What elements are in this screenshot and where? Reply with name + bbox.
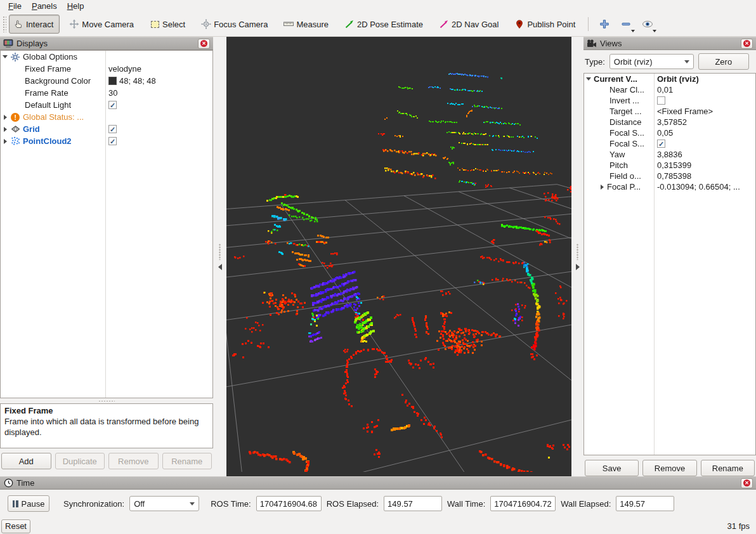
render-viewport[interactable] (226, 37, 571, 476)
tree-row-background-color[interactable]: Background Color 48; 48; 48 (1, 75, 212, 87)
tree-row-distance[interactable]: Distance 3,57852 (584, 117, 755, 127)
add-display-button[interactable]: Add (1, 453, 51, 469)
map-pin-icon (514, 19, 525, 29)
reset-button[interactable]: Reset (1, 519, 30, 533)
fps-indicator: 31 fps (727, 521, 750, 531)
close-time-button[interactable] (741, 478, 753, 488)
views-panel-header[interactable]: Views (583, 37, 756, 50)
close-icon (743, 479, 750, 486)
tree-row-near-clip[interactable]: Near Cl... 0,01 (584, 84, 755, 95)
tree-row-pointcloud2[interactable]: PointCloud2 (1, 135, 212, 147)
remove-view-button[interactable]: Remove (642, 460, 696, 476)
near-clip-value[interactable]: 0,01 (654, 85, 673, 94)
toolbar-drag-handle[interactable] (3, 16, 6, 32)
expander-icon[interactable] (3, 139, 8, 144)
close-displays-button[interactable] (198, 39, 210, 49)
tree-row-grid[interactable]: Grid (1, 123, 212, 135)
save-view-button[interactable]: Save (585, 460, 639, 476)
ros-elapsed-field[interactable] (384, 496, 442, 511)
row-label: Fixed Frame (25, 64, 71, 74)
collapse-right-arrow-icon[interactable] (576, 264, 580, 270)
pose-estimate-button[interactable]: 2D Pose Estimate (340, 15, 429, 34)
zero-button[interactable]: Zero (698, 53, 749, 70)
tree-row-current-view[interactable]: Current V... Orbit (rviz) (584, 74, 755, 84)
tree-row-target-frame[interactable]: Target ... <Fixed Frame> (584, 106, 755, 117)
focal-shape-checkbox[interactable] (657, 140, 665, 148)
invert-z-checkbox[interactable] (657, 96, 665, 105)
pointcloud-enabled-checkbox[interactable] (108, 137, 117, 145)
background-color-value[interactable]: 48; 48; 48 (105, 76, 156, 86)
grid-enabled-checkbox[interactable] (108, 125, 117, 133)
pause-button[interactable]: Pause (8, 495, 49, 512)
menu-panels[interactable]: Panels (27, 1, 62, 11)
publish-point-button[interactable]: Publish Point (510, 15, 582, 34)
current-view-value: Orbit (rviz) (654, 74, 699, 84)
displays-panel: Displays Global Options Fixed Frame (0, 37, 213, 476)
expander-icon[interactable] (3, 115, 8, 120)
add-tool-button[interactable] (595, 15, 614, 33)
pointcloud-canvas[interactable] (226, 37, 571, 472)
fixed-frame-value[interactable]: velodyne (105, 64, 141, 74)
tree-row-invert-zaxis[interactable]: Invert ... (584, 95, 755, 106)
tree-row-global-status[interactable]: Global Status: ... (1, 111, 212, 123)
pitch-value[interactable]: 0,315399 (654, 160, 691, 170)
chevron-down-icon (684, 60, 689, 63)
expander-icon[interactable] (3, 127, 8, 132)
collapse-left-arrow-icon[interactable] (218, 264, 222, 270)
tool-visibility-button[interactable] (638, 15, 657, 33)
row-label: Yaw (609, 150, 625, 159)
tree-row-yaw[interactable]: Yaw 3,8836 (584, 149, 755, 160)
nav-goal-button[interactable]: 2D Nav Goal (434, 15, 505, 34)
tree-row-field-of-view[interactable]: Field o... 0,785398 (584, 171, 755, 181)
row-label: Grid (23, 124, 40, 134)
right-panel-splitter[interactable] (571, 37, 583, 476)
row-label: Current V... (594, 74, 637, 84)
move-camera-button[interactable]: Move Camera (65, 15, 140, 34)
ros-time-label: ROS Time: (211, 499, 251, 509)
target-frame-value[interactable]: <Fixed Frame> (654, 107, 713, 116)
menu-file[interactable]: File (4, 1, 26, 11)
expander-icon[interactable] (586, 77, 591, 81)
description-splitter[interactable] (0, 398, 213, 403)
displays-panel-header[interactable]: Displays (0, 37, 213, 50)
focal-shape-size-value[interactable]: 0,05 (654, 128, 673, 138)
time-controls: Pause Synchronization: Off ROS Time: ROS… (0, 490, 756, 518)
yaw-value[interactable]: 3,8836 (654, 150, 682, 159)
expander-icon[interactable] (3, 55, 8, 58)
measure-button[interactable]: Measure (279, 15, 335, 34)
close-icon (743, 40, 750, 47)
interact-button[interactable]: Interact (9, 15, 60, 34)
tree-row-pitch[interactable]: Pitch 0,315399 (584, 160, 755, 171)
rename-view-button[interactable]: Rename (701, 460, 755, 476)
row-label: Focal S... (609, 128, 644, 138)
tree-row-frame-rate[interactable]: Frame Rate 30 (1, 87, 212, 99)
remove-display-button[interactable]: Remove (108, 453, 159, 469)
fov-value[interactable]: 0,785398 (654, 171, 691, 181)
focal-point-value[interactable]: -0.013094; 0.66504; ... (654, 182, 740, 192)
frame-rate-value[interactable]: 30 (105, 88, 117, 98)
tree-row-global-options[interactable]: Global Options (1, 51, 212, 63)
row-label: Focal P... (607, 182, 641, 192)
wall-time-field[interactable] (490, 496, 556, 511)
select-button[interactable]: Select (145, 15, 192, 34)
left-panel-splitter[interactable] (213, 37, 226, 476)
ros-time-field[interactable] (256, 496, 322, 511)
remove-tool-button[interactable] (616, 15, 635, 33)
sync-combobox[interactable]: Off (129, 496, 199, 511)
tree-row-focal-point[interactable]: Focal P... -0.013094; 0.66504; ... (584, 181, 755, 192)
tree-row-focal-shape-fixed[interactable]: Focal S... (584, 138, 755, 149)
rename-display-button[interactable]: Rename (162, 453, 212, 469)
focus-camera-button[interactable]: Focus Camera (197, 15, 274, 34)
view-type-combobox[interactable]: Orbit (rviz) (609, 54, 694, 69)
distance-value[interactable]: 3,57852 (654, 117, 687, 127)
close-views-button[interactable] (741, 39, 753, 49)
duplicate-display-button[interactable]: Duplicate (55, 453, 105, 469)
expander-icon[interactable] (599, 185, 604, 190)
menu-help[interactable]: Help (63, 1, 89, 11)
wall-elapsed-field[interactable] (616, 496, 674, 511)
default-light-checkbox[interactable] (108, 101, 117, 109)
tree-row-fixed-frame[interactable]: Fixed Frame velodyne (1, 63, 212, 75)
time-panel-header[interactable]: Time (0, 476, 756, 490)
tree-row-focal-shape-size[interactable]: Focal S... 0,05 (584, 127, 755, 138)
tree-row-default-light[interactable]: Default Light (1, 99, 212, 111)
